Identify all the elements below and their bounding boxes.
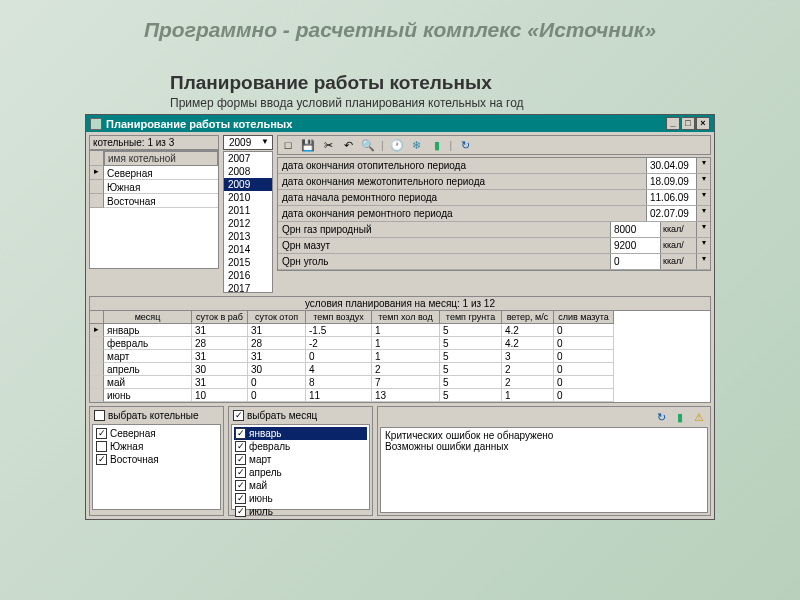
grid-cell[interactable]: 1 [372, 337, 440, 350]
grid-cell[interactable]: -2 [306, 337, 372, 350]
grid-cell[interactable]: 4.2 [502, 324, 554, 337]
check-item[interactable]: ✓июль [234, 505, 367, 518]
checkbox[interactable]: ✓ [96, 428, 107, 439]
grid-cell[interactable]: 4.2 [502, 337, 554, 350]
new-icon[interactable]: □ [281, 138, 295, 152]
grid-cell[interactable]: 31 [192, 350, 248, 363]
year-item[interactable]: 2016 [224, 269, 272, 282]
warning-icon[interactable]: ⚠ [692, 410, 706, 424]
param-value[interactable]: 0 [610, 254, 660, 269]
dropdown-icon[interactable]: ▾ [696, 174, 710, 189]
grid-cell[interactable]: 5 [440, 324, 502, 337]
checkbox[interactable]: ✓ [235, 506, 246, 517]
grid-cell[interactable]: 5 [440, 337, 502, 350]
param-value[interactable]: 8000 [610, 222, 660, 237]
check-item[interactable]: ✓июнь [234, 492, 367, 505]
dropdown-icon[interactable]: ▾ [696, 238, 710, 253]
grid-cell[interactable]: 0 [248, 376, 306, 389]
grid-cell[interactable]: 0 [554, 350, 614, 363]
check-item[interactable]: ✓февраль [234, 440, 367, 453]
checkbox[interactable]: ✓ [235, 454, 246, 465]
maximize-button[interactable]: □ [681, 117, 695, 130]
checkbox[interactable]: ✓ [235, 441, 246, 452]
checkbox[interactable]: ✓ [235, 480, 246, 491]
grid-cell[interactable]: 31 [248, 324, 306, 337]
grid-cell[interactable]: 30 [248, 363, 306, 376]
grid-cell[interactable]: июнь [104, 389, 192, 402]
grid-cell[interactable]: 1 [372, 324, 440, 337]
checkbox[interactable]: ✓ [96, 454, 107, 465]
check-item[interactable]: ✓Северная [95, 427, 218, 440]
dropdown-icon[interactable]: ▾ [696, 206, 710, 221]
grid-cell[interactable]: 28 [248, 337, 306, 350]
row-marker[interactable] [90, 350, 104, 363]
check-item[interactable]: Южная [95, 440, 218, 453]
row-marker[interactable] [90, 389, 104, 402]
year-item[interactable]: 2011 [224, 204, 272, 217]
cut-icon[interactable]: ✂ [321, 138, 335, 152]
grid-cell[interactable]: 5 [440, 350, 502, 363]
grid-cell[interactable]: февраль [104, 337, 192, 350]
row-marker[interactable] [90, 363, 104, 376]
row-marker[interactable]: ▸ [90, 166, 104, 180]
refresh-icon[interactable]: ↻ [458, 138, 472, 152]
checkbox[interactable]: ✓ [235, 493, 246, 504]
year-item[interactable]: 2013 [224, 230, 272, 243]
grid-cell[interactable]: 0 [554, 324, 614, 337]
year-item[interactable]: 2014 [224, 243, 272, 256]
grid-cell[interactable]: 11 [306, 389, 372, 402]
grid-cell[interactable]: 8 [306, 376, 372, 389]
dropdown-icon[interactable]: ▾ [696, 222, 710, 237]
grid-cell[interactable]: 10 [192, 389, 248, 402]
year-list[interactable]: 2007 2008 2009 2010 2011 2012 2013 2014 … [223, 151, 273, 293]
year-select[interactable]: 2009▼ [223, 135, 273, 150]
grid-cell[interactable]: март [104, 350, 192, 363]
param-value[interactable]: 30.04.09 [646, 158, 696, 173]
grid-cell[interactable]: 13 [372, 389, 440, 402]
year-item[interactable]: 2007 [224, 152, 272, 165]
grid-cell[interactable]: 5 [440, 389, 502, 402]
boiler-row[interactable]: Восточная [104, 194, 218, 208]
grid-cell[interactable]: 2 [502, 376, 554, 389]
grid-cell[interactable]: 2 [372, 363, 440, 376]
grid-cell[interactable]: апрель [104, 363, 192, 376]
grid-cell[interactable]: 31 [192, 324, 248, 337]
save-icon[interactable]: 💾 [301, 138, 315, 152]
checkbox[interactable] [94, 410, 105, 421]
year-item[interactable]: 2008 [224, 165, 272, 178]
find-icon[interactable]: 🔍 [361, 138, 375, 152]
year-item[interactable]: 2010 [224, 191, 272, 204]
boiler-row[interactable]: Южная [104, 180, 218, 194]
checkbox[interactable]: ✓ [235, 467, 246, 478]
param-value[interactable]: 02.07.09 [646, 206, 696, 221]
dropdown-icon[interactable]: ▾ [696, 254, 710, 269]
check-item[interactable]: ✓январь [234, 427, 367, 440]
checkbox[interactable]: ✓ [233, 410, 244, 421]
checkbox[interactable]: ✓ [235, 428, 246, 439]
dropdown-icon[interactable]: ▾ [696, 158, 710, 173]
row-marker[interactable] [90, 180, 104, 194]
grid-cell[interactable]: 2 [502, 363, 554, 376]
grid-cell[interactable]: 28 [192, 337, 248, 350]
param-value[interactable]: 18.09.09 [646, 174, 696, 189]
check-item[interactable]: ✓апрель [234, 466, 367, 479]
grid-cell[interactable]: 5 [440, 376, 502, 389]
grid-cell[interactable]: январь [104, 324, 192, 337]
dropdown-icon[interactable]: ▾ [696, 190, 710, 205]
row-marker[interactable] [90, 194, 104, 208]
grid-cell[interactable]: 0 [554, 376, 614, 389]
grid-cell[interactable]: 0 [554, 363, 614, 376]
grid-cell[interactable]: 3 [502, 350, 554, 363]
checkbox[interactable] [96, 441, 107, 452]
grid-cell[interactable]: май [104, 376, 192, 389]
grid-cell[interactable]: 0 [554, 389, 614, 402]
grid-cell[interactable]: 0 [306, 350, 372, 363]
grid-cell[interactable]: 1 [372, 350, 440, 363]
grid-cell[interactable]: 31 [192, 376, 248, 389]
year-item[interactable]: 2015 [224, 256, 272, 269]
param-value[interactable]: 9200 [610, 238, 660, 253]
row-marker[interactable]: ▸ [90, 324, 104, 337]
check-item[interactable]: ✓март [234, 453, 367, 466]
grid-cell[interactable]: -1.5 [306, 324, 372, 337]
grid-cell[interactable]: 7 [372, 376, 440, 389]
